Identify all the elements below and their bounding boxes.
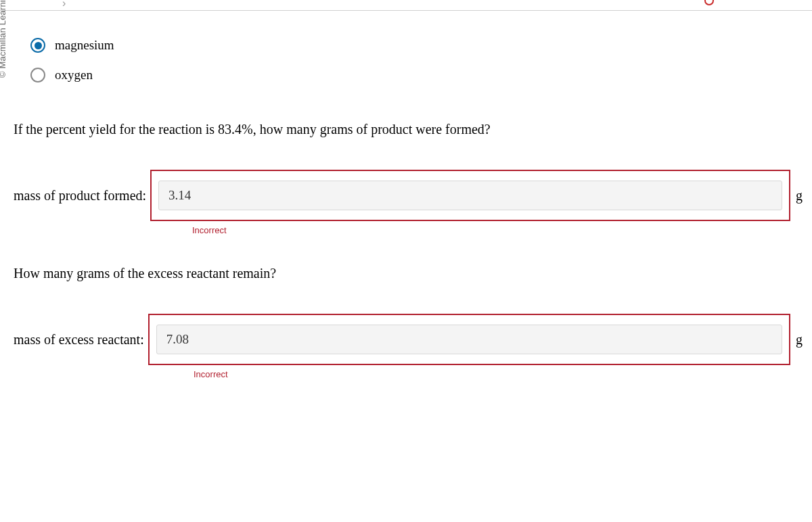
mass-product-input[interactable]: [158, 181, 782, 210]
answer-2-row: mass of excess reactant: g: [14, 314, 805, 365]
radio-icon: [30, 38, 45, 53]
content-area: magnesium oxygen If the percent yield fo…: [0, 11, 812, 400]
chevron-right-icon: ›: [62, 0, 66, 9]
answer-1-row: mass of product formed: g: [14, 170, 805, 221]
mass-excess-input[interactable]: [156, 325, 782, 354]
copyright-label: © Macmillan Learning: [0, 0, 7, 78]
answer-2-label: mass of excess reactant:: [14, 332, 144, 348]
answer-1-label: mass of product formed:: [14, 188, 146, 204]
radio-icon: [30, 68, 45, 82]
question-1-text: If the percent yield for the reaction is…: [14, 122, 805, 137]
answer-1-box: [150, 170, 790, 221]
unit-label: g: [796, 188, 805, 204]
answer-2-box: [148, 314, 790, 365]
question-2-text: How many grams of the excess reactant re…: [14, 266, 805, 281]
status-circle-icon: [704, 0, 714, 5]
answer-1-feedback: Incorrect: [192, 225, 805, 235]
radio-selected-dot-icon: [35, 42, 42, 49]
answer-2-feedback: Incorrect: [194, 369, 805, 379]
radio-option-magnesium[interactable]: magnesium: [30, 38, 805, 53]
unit-label: g: [796, 332, 805, 348]
radio-label: magnesium: [55, 38, 114, 53]
radio-label: oxygen: [55, 68, 93, 82]
radio-option-oxygen[interactable]: oxygen: [30, 68, 805, 82]
top-bar: ›: [0, 0, 812, 11]
